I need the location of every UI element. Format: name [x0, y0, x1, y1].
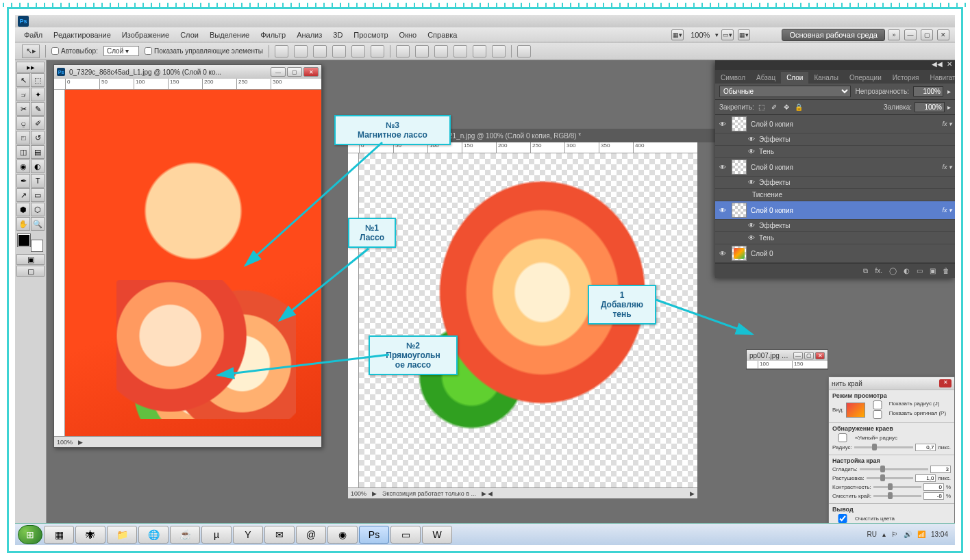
layer-item[interactable]: 👁 Слой 0 копия fx ▾ — [715, 115, 955, 133]
chevron-icon[interactable]: ▸ — [947, 103, 951, 111]
align-icon[interactable] — [275, 45, 288, 58]
eyedropper-tool[interactable]: ✎ — [31, 102, 45, 116]
hand-tool[interactable]: ✋ — [16, 217, 30, 231]
trash-icon[interactable]: 🗑 — [943, 267, 949, 275]
lock-transparent-icon[interactable]: ⬚ — [757, 103, 767, 112]
layer-thumb[interactable] — [732, 116, 747, 131]
taskbar-photoshop[interactable]: Ps — [359, 526, 389, 544]
taskbar-app[interactable]: 🌐 — [138, 526, 169, 544]
align-icon[interactable] — [351, 45, 365, 58]
auto-select-dropdown[interactable]: Слой ▾ — [103, 46, 139, 56]
close-icon[interactable]: ✕ — [939, 379, 952, 387]
taskbar-app[interactable]: µ — [201, 526, 232, 544]
tab-navigator[interactable]: Навигат — [925, 72, 955, 84]
tray-clock[interactable]: 13:04 — [931, 531, 948, 538]
lock-pixels-icon[interactable]: ✐ — [769, 103, 779, 112]
window-close-icon[interactable]: ✕ — [937, 29, 949, 40]
stamp-tool[interactable]: ⏍ — [16, 131, 30, 144]
distribute-icon[interactable] — [492, 45, 506, 58]
tab-history[interactable]: История — [887, 72, 925, 84]
chevrons-icon[interactable]: » — [888, 29, 900, 40]
decon-check[interactable]: Очистить цвета — [832, 514, 951, 523]
align-icon[interactable] — [332, 45, 346, 58]
menu-file[interactable]: Файл — [19, 29, 47, 40]
effects-row[interactable]: 👁Эффекты — [715, 133, 955, 146]
effects-row[interactable]: 👁Эффекты — [715, 177, 955, 189]
move-tool[interactable]: ↖ — [16, 73, 30, 87]
auto-align-icon[interactable] — [517, 45, 531, 58]
smooth-input[interactable] — [930, 466, 951, 473]
menu-view[interactable]: Просмотр — [349, 29, 393, 40]
fill-input[interactable] — [915, 102, 945, 112]
taskbar-app[interactable]: ✉ — [264, 526, 295, 544]
brush-tool[interactable]: ✐ — [31, 116, 45, 130]
menu-3d[interactable]: 3D — [328, 29, 347, 40]
radius-slider[interactable] — [854, 446, 914, 448]
3d-tool[interactable]: ⬢ — [16, 203, 30, 216]
gradient-tool[interactable]: ▤ — [31, 145, 45, 159]
eraser-tool[interactable]: ◫ — [16, 145, 30, 159]
doc1-canvas[interactable] — [65, 90, 321, 436]
shift-input[interactable] — [923, 492, 944, 500]
align-icon[interactable] — [371, 45, 384, 58]
zoom-tool[interactable]: 🔍 — [31, 217, 45, 231]
panel-collapse-icon[interactable]: ▸▸ — [16, 62, 45, 73]
window-maximize-icon[interactable]: ▢ — [921, 29, 933, 40]
screenmode-toggle[interactable]: ▢ — [16, 266, 45, 277]
show-controls-checkbox[interactable]: Показать управляющие элементы — [145, 47, 263, 55]
fx-badge[interactable]: fx ▾ — [942, 120, 952, 127]
wand-tool[interactable]: ✦ — [31, 88, 45, 101]
marquee-tool[interactable]: ⬚ — [31, 73, 45, 87]
lock-position-icon[interactable]: ✥ — [782, 103, 791, 112]
healing-tool[interactable]: ⍜ — [16, 116, 30, 130]
contrast-input[interactable] — [923, 483, 944, 491]
radius-input[interactable] — [915, 444, 936, 451]
lasso-tool[interactable]: ⟉ — [16, 88, 30, 101]
layer-thumb[interactable] — [732, 203, 747, 218]
taskbar-app[interactable]: ☕ — [170, 526, 200, 544]
menu-layers[interactable]: Слои — [175, 29, 203, 40]
view-thumb[interactable] — [846, 403, 865, 418]
pen-tool[interactable]: ✒ — [16, 174, 30, 188]
taskbar-chrome[interactable]: ◉ — [327, 526, 358, 544]
show-radius-check[interactable]: Показать радиус (J) — [867, 400, 946, 409]
fx-badge[interactable]: fx ▾ — [942, 207, 952, 214]
fx-icon[interactable]: fx. — [875, 267, 882, 275]
workspace-button[interactable]: Основная рабочая среда — [782, 29, 885, 41]
visibility-icon[interactable]: 👁 — [718, 207, 728, 214]
tab-character[interactable]: Символ — [715, 72, 751, 84]
auto-select-checkbox[interactable]: Автовыбор: — [51, 47, 98, 55]
taskbar-app[interactable]: Y — [233, 526, 263, 544]
type-tool[interactable]: T — [31, 174, 45, 188]
tab-layers[interactable]: Слои — [781, 72, 808, 84]
shape-tool[interactable]: ▭ — [31, 188, 45, 202]
tray-lang[interactable]: RU — [867, 531, 877, 538]
distribute-icon[interactable] — [396, 45, 410, 58]
effect-item[interactable]: Тиснение — [715, 189, 955, 201]
smooth-slider[interactable] — [860, 468, 928, 470]
tray-volume-icon[interactable]: 🔊 — [904, 531, 912, 538]
blend-mode-select[interactable]: Обычные — [719, 86, 851, 97]
menu-image[interactable]: Изображение — [117, 29, 174, 40]
taskbar-app[interactable]: 🕷 — [75, 526, 105, 544]
visibility-icon[interactable]: 👁 — [718, 120, 728, 128]
quickmask-toggle[interactable]: ▣ — [16, 254, 45, 265]
effects-row[interactable]: 👁Эффекты — [715, 220, 955, 232]
folder-icon[interactable]: ▭ — [917, 267, 923, 275]
show-original-check[interactable]: Показать оригинал (P) — [867, 410, 946, 419]
distribute-icon[interactable] — [453, 45, 467, 58]
taskbar-app[interactable]: ▭ — [390, 526, 421, 544]
effect-item[interactable]: 👁Тень — [715, 232, 955, 244]
3d-camera-tool[interactable]: ⬡ — [31, 203, 45, 216]
menu-analysis[interactable]: Анализ — [292, 29, 327, 40]
layer-item[interactable]: 👁 Слой 0 копия fx ▾ — [715, 158, 955, 177]
chevron-icon[interactable]: ▸ — [947, 88, 951, 95]
color-swatches[interactable] — [16, 233, 45, 253]
close-icon[interactable]: ✕ — [815, 352, 825, 359]
path-tool[interactable]: ↗ — [16, 188, 30, 202]
blur-tool[interactable]: ◉ — [16, 160, 30, 173]
tray-flag-icon[interactable]: 🏳 — [891, 531, 898, 538]
smart-radius-check[interactable]: «Умный» радиус — [832, 433, 951, 442]
maximize-icon[interactable]: ▢ — [804, 352, 814, 359]
panel-close-icon[interactable]: ✕ — [947, 60, 952, 70]
